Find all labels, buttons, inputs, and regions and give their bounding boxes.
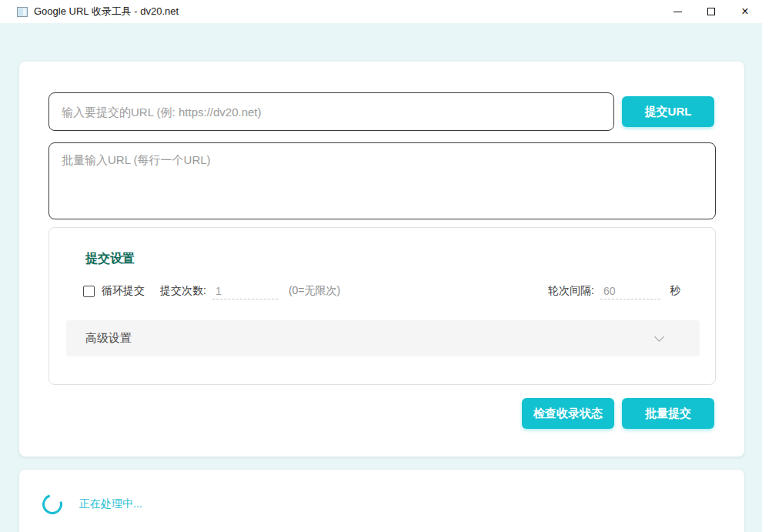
round-interval-input[interactable] (600, 283, 660, 299)
window-title: Google URL 收录工具 - dv20.net (34, 5, 179, 18)
loop-submit-checkbox[interactable] (83, 286, 95, 297)
check-index-status-button[interactable]: 检查收录状态 (522, 398, 614, 429)
batch-url-textarea[interactable] (48, 142, 716, 219)
round-interval-label: 轮次间隔: (548, 284, 594, 298)
maximize-button[interactable] (694, 0, 728, 23)
advanced-settings-label: 高级设置 (85, 331, 132, 346)
loading-spinner-icon (38, 490, 65, 517)
url-input[interactable] (48, 92, 614, 131)
close-button[interactable]: × (728, 0, 762, 23)
submit-count-label: 提交次数: (160, 284, 206, 298)
submit-url-button[interactable]: 提交URL (622, 96, 714, 127)
settings-panel: 提交设置 循环提交 提交次数: (0=无限次) 轮次间隔: 秒 高级设置 (48, 227, 716, 385)
window-controls: × (660, 0, 762, 23)
advanced-settings-toggle[interactable]: 高级设置 (66, 320, 700, 356)
main-panel: 提交URL 提交设置 循环提交 提交次数: (0=无限次) 轮次间隔: 秒 高级… (19, 62, 744, 457)
settings-row: 循环提交 提交次数: (0=无限次) 轮次间隔: 秒 (83, 280, 680, 302)
app-background: 提交URL 提交设置 循环提交 提交次数: (0=无限次) 轮次间隔: 秒 高级… (0, 23, 762, 532)
submit-count-input[interactable] (212, 283, 278, 299)
processing-status-text: 正在处理中... (79, 470, 142, 532)
chevron-down-icon (654, 332, 664, 342)
maximize-icon (707, 8, 715, 15)
status-panel: 正在处理中... (19, 470, 744, 532)
close-icon: × (741, 5, 748, 18)
round-interval-unit: 秒 (670, 284, 680, 298)
titlebar: Google URL 收录工具 - dv20.net × (0, 0, 762, 23)
loop-submit-label: 循环提交 (102, 284, 145, 298)
minimize-icon (673, 12, 682, 12)
minimize-button[interactable] (660, 0, 694, 23)
submit-count-hint: (0=无限次) (289, 284, 340, 298)
settings-title: 提交设置 (85, 251, 135, 267)
app-window-icon (17, 7, 28, 17)
batch-submit-button[interactable]: 批量提交 (622, 398, 714, 429)
